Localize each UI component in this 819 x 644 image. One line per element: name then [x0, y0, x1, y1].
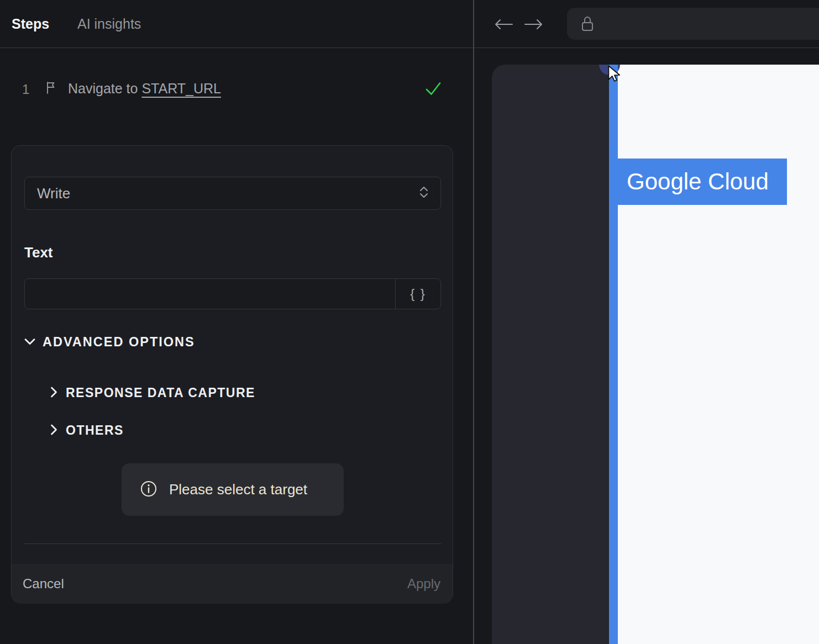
browser-preview: Google Cloud — [492, 65, 819, 644]
lock-icon — [580, 15, 595, 35]
footer-divider — [24, 543, 441, 544]
section-response-data-capture[interactable]: RESPONSE DATA CAPTURE — [50, 386, 255, 400]
info-icon — [140, 481, 157, 499]
apply-button[interactable]: Apply — [407, 564, 440, 604]
chevron-right-icon — [50, 387, 57, 400]
step-action-text: Navigate to — [68, 81, 138, 96]
text-input[interactable] — [25, 279, 395, 309]
highlighted-target-element[interactable]: Google Cloud — [618, 159, 787, 205]
cursor-icon — [607, 65, 622, 86]
section-label: OTHERS — [66, 423, 124, 438]
tooltip-text: Please select a target — [169, 481, 307, 498]
select-target-tooltip: Please select a target — [122, 463, 344, 516]
page-content-area — [618, 65, 819, 644]
action-select[interactable]: Write — [24, 177, 441, 210]
tab-steps[interactable]: Steps — [12, 0, 49, 48]
step-row[interactable]: 1 Navigate to START_URL — [0, 77, 459, 105]
back-arrow-icon[interactable] — [494, 19, 513, 32]
text-field-label: Text — [24, 244, 53, 261]
text-input-group: { } — [24, 278, 441, 309]
action-select-value: Write — [37, 185, 419, 202]
check-icon — [424, 81, 442, 99]
cancel-button[interactable]: Cancel — [23, 564, 64, 604]
advanced-options-toggle[interactable]: ADVANCED OPTIONS — [24, 335, 195, 350]
app-window: Steps AI insights 1 — [0, 0, 819, 644]
insert-variable-button[interactable]: { } — [395, 279, 440, 309]
forward-arrow-icon[interactable] — [524, 19, 543, 32]
step-editor-card: Write Text { } ADVANCED OPTIONS — [11, 145, 453, 603]
url-bar[interactable] — [567, 8, 819, 40]
tab-ai-insights[interactable]: AI insights — [77, 0, 141, 48]
top-bar: Steps AI insights — [0, 0, 819, 48]
step-target-link[interactable]: START_URL — [141, 81, 221, 96]
chevron-down-icon — [24, 337, 35, 347]
section-others[interactable]: OTHERS — [50, 423, 124, 438]
step-number: 1 — [22, 82, 29, 97]
step-label: Navigate to START_URL — [68, 81, 221, 97]
chevron-right-icon — [50, 424, 57, 437]
panel-divider — [473, 0, 474, 644]
section-label: RESPONSE DATA CAPTURE — [66, 386, 255, 400]
flag-icon — [45, 81, 57, 97]
advanced-options-label: ADVANCED OPTIONS — [43, 335, 195, 350]
card-footer: Cancel Apply — [12, 564, 453, 604]
highlight-strip — [609, 65, 618, 644]
chevron-updown-icon — [419, 186, 428, 200]
